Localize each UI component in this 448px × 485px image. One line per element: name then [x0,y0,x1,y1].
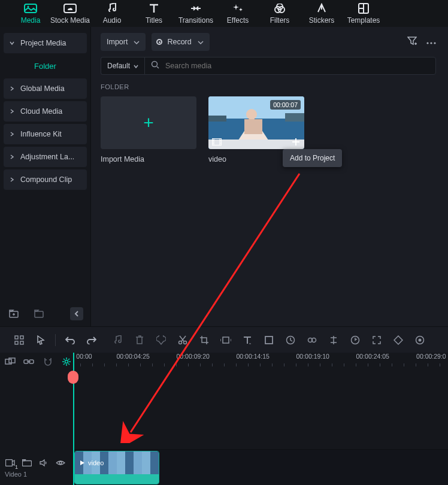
nav-stickers[interactable]: Stickers [301,1,343,27]
nav-stickers-label: Stickers [309,16,335,25]
tl-link-icon[interactable] [23,354,36,369]
sidebar: Project Media Folder Global Media Cloud … [0,27,91,326]
track-lane-video-1[interactable]: video [73,449,448,485]
nav-audio[interactable]: Audio [91,1,133,27]
search-icon [151,60,159,71]
sidebar-item-influence-kit[interactable]: Influence Kit [4,124,87,144]
add-to-project-button[interactable] [290,137,302,147]
timeline-body[interactable]: 00:00 00:00:04:25 00:00:09:20 00:00:14:1… [73,353,448,485]
tl-auto-icon[interactable] [60,354,74,369]
clip-label: video [88,459,104,466]
play-icon [78,459,86,466]
caret-right-icon [10,86,14,91]
sidebar-item-label: Adjustment La... [20,153,74,161]
svg-rect-27 [223,337,229,343]
collapse-sidebar-button[interactable] [70,307,83,320]
undo-icon-button[interactable] [59,329,81,351]
svg-rect-8 [35,311,43,317]
record-tl-icon-button[interactable] [409,329,431,351]
timeline[interactable]: 1 Video 1 00:00 00:00:04:25 00:00:09:20 … [0,353,448,485]
pointer-icon-button[interactable] [30,329,52,351]
crop-icon-button[interactable] [193,329,215,351]
sidebar-item-global-media[interactable]: Global Media [4,78,87,99]
speed-icon-button[interactable] [344,329,366,351]
clip-video[interactable]: video [74,451,159,484]
sidebar-item-project-media[interactable]: Project Media [4,33,87,53]
ripple-icon-button[interactable] [215,329,237,351]
sidebar-item-compound-clip[interactable]: Compound Clip [4,169,87,190]
filter-icon-button[interactable] [407,36,417,48]
link-icon-button[interactable] [301,329,323,351]
sidebar-item-cloud-media[interactable]: Cloud Media [4,101,87,122]
tooltip-add-to-project: Add to Project [283,149,342,167]
chevron-down-icon [134,62,138,70]
diamond-icon-button[interactable] [388,329,409,351]
snap-icon-button[interactable] [8,329,30,351]
video-thumb[interactable]: 00:00:07 [208,96,304,149]
nav-titles[interactable]: Titles [133,1,175,27]
svg-point-42 [59,462,62,464]
svg-rect-23 [15,341,18,344]
nav-media[interactable]: Media [12,1,49,27]
caret-right-icon [10,109,14,114]
ruler-tick: 00:00:04:25 [116,353,149,360]
ruler-tick: 00:00:14:15 [236,353,269,360]
import-media-card[interactable]: + Import Media [101,96,196,163]
sidebar-item-label: Compound Clip [20,175,72,184]
nav-templates[interactable]: Templates [343,1,385,27]
folder-track-icon[interactable] [22,457,32,468]
svg-point-25 [179,341,182,344]
record-label: Record [167,38,191,46]
marker-icon-button[interactable] [150,329,172,351]
camera-icon[interactable]: 1 [5,457,16,468]
svg-rect-40 [6,460,13,466]
import-button[interactable]: Import [101,33,146,51]
text-icon-button[interactable] [237,329,258,351]
nav-filters[interactable]: Filters [259,1,301,27]
transitions-icon [190,3,202,14]
nav-transitions-label: Transitions [178,16,213,25]
folder-heading: FOLDER [101,83,436,90]
svg-rect-35 [5,359,11,364]
timeline-ruler[interactable]: 00:00 00:00:04:25 00:00:09:20 00:00:14:1… [73,353,448,371]
sidebar-item-folder[interactable]: Folder [4,56,87,76]
svg-rect-16 [285,113,304,122]
frame-icon-button[interactable] [258,329,280,351]
eye-icon[interactable] [55,457,66,468]
playhead[interactable] [73,353,74,485]
search-input[interactable] [165,62,429,70]
sidebar-item-adjustment-layer[interactable]: Adjustment La... [4,147,87,167]
music-marker-icon-button[interactable] [107,329,129,351]
nav-effects[interactable]: Effects [217,1,259,27]
ruler-tick: 00:00:29:0 [416,353,446,360]
tl-track-overlap-icon[interactable] [4,354,17,369]
music-note-icon [107,3,117,14]
mute-icon[interactable] [38,457,49,468]
nav-templates-label: Templates [347,16,380,25]
redo-icon-button[interactable] [81,329,102,351]
more-icon-button[interactable] [426,36,436,48]
folder-icon-button[interactable] [32,307,46,320]
sidebar-item-label: Project Media [20,39,66,47]
nav-transitions[interactable]: Transitions [175,1,217,27]
delete-icon-button[interactable] [129,329,150,351]
nav-stock-media[interactable]: Stock Media [49,1,91,27]
svg-point-26 [184,341,187,344]
venn-icon [274,3,286,14]
clip-type-icon [211,137,223,147]
caret-right-icon [10,177,14,182]
nav-titles-label: Titles [146,16,162,25]
new-folder-icon-button[interactable] [7,307,20,320]
cut-icon-button[interactable] [172,329,193,351]
history-icon-button[interactable] [280,329,301,351]
import-media-thumb[interactable]: + [101,96,196,149]
plus-icon: + [143,113,154,133]
sort-dropdown[interactable]: Default [101,57,144,75]
caret-down-icon [10,41,14,46]
expand-icon-button[interactable] [366,329,388,351]
align-icon-button[interactable] [323,329,344,351]
svg-rect-22 [20,336,23,339]
record-button[interactable]: Record [152,33,209,51]
sidebar-item-label: Influence Kit [20,130,62,138]
tl-magnet-icon[interactable] [41,354,55,369]
